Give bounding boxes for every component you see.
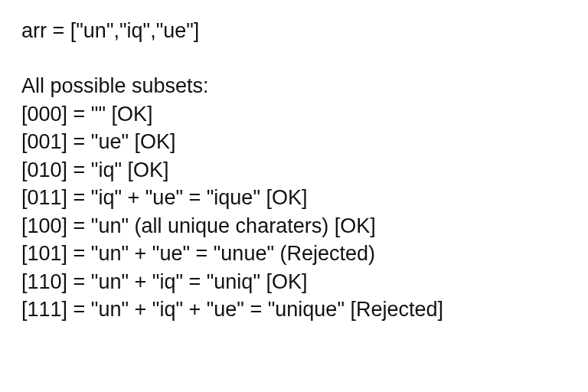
- subset-row: [111] = "un" + "iq" + "ue" = "unique" [R…: [21, 296, 567, 323]
- subset-row: [010] = "iq" [OK]: [21, 156, 567, 184]
- subset-row: [011] = "iq" + "ue" = "ique" [OK]: [21, 184, 567, 211]
- subset-row: [000] = "" [OK]: [21, 100, 567, 128]
- subset-row: [110] = "un" + "iq" = "uniq" [OK]: [21, 268, 567, 296]
- arr-declaration: arr = ["un","iq","ue"]: [21, 17, 567, 44]
- subset-row: [101] = "un" + "ue" = "unue" (Rejected): [21, 240, 567, 267]
- subset-row: [001] = "ue" [OK]: [21, 128, 567, 155]
- subset-row: [100] = "un" (all unique charaters) [OK]: [21, 212, 567, 240]
- subsets-title: All possible subsets:: [21, 72, 567, 100]
